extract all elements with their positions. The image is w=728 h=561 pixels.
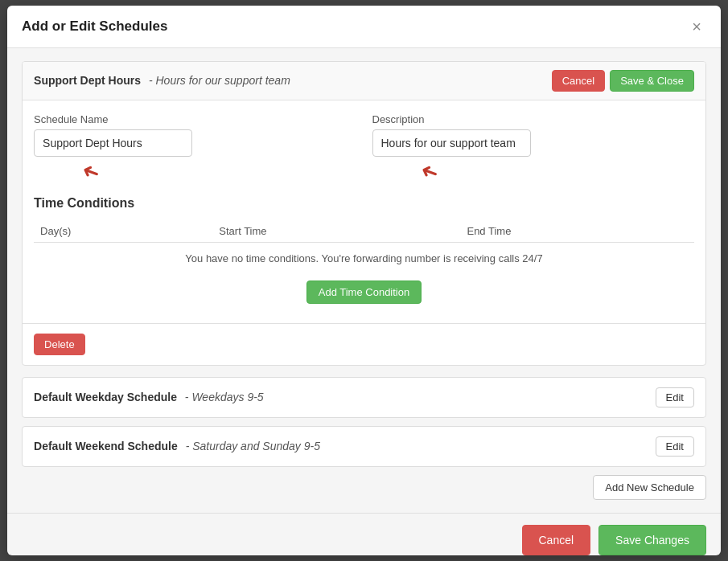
delete-button[interactable]: Delete — [34, 334, 85, 355]
empty-conditions-row: You have no time conditions. You're forw… — [34, 242, 694, 274]
edit-schedule-button-0[interactable]: Edit — [656, 387, 694, 407]
add-time-condition-button[interactable]: Add Time Condition — [306, 280, 422, 304]
modal-header: Add or Edit Schedules × — [7, 6, 721, 48]
col-end: End Time — [460, 220, 693, 243]
schedule-name-label: Schedule Name — [34, 113, 356, 125]
add-new-schedule-button[interactable]: Add New Schedule — [593, 475, 706, 500]
description-input[interactable] — [372, 129, 531, 157]
edit-schedule-button-1[interactable]: Edit — [656, 436, 694, 457]
active-schedule-header: Support Dept Hours - Hours for our suppo… — [23, 62, 705, 100]
add-edit-schedules-modal: Add or Edit Schedules × Support Dept Hou… — [7, 6, 721, 555]
col-start: Start Time — [212, 220, 460, 243]
schedule-list-info: Default Weekend Schedule - Saturday and … — [34, 440, 320, 452]
schedule-list-name: Default Weekend Schedule — [34, 440, 178, 452]
schedule-name-group: Schedule Name — [34, 113, 356, 157]
form-row: Schedule Name Description — [34, 113, 694, 157]
active-schedule-description: - Hours for our support team — [149, 74, 290, 87]
header-actions: Cancel Save & Close — [552, 70, 694, 92]
schedule-list-item: Default Weekday Schedule - Weekdays 9-5 … — [22, 377, 706, 418]
schedule-name-input-wrapper — [34, 129, 356, 157]
modal-footer: Cancel Save Changes — [7, 513, 721, 555]
time-conditions-section: Time Conditions Day(s) Start Time End Ti… — [34, 196, 694, 310]
schedule-name-input[interactable] — [34, 129, 192, 157]
description-group: Description — [372, 113, 694, 157]
schedule-list-name: Default Weekday Schedule — [34, 391, 177, 403]
description-label: Description — [372, 113, 694, 125]
time-conditions-table: Day(s) Start Time End Time You have no t… — [34, 220, 694, 310]
delete-row: Delete — [23, 323, 705, 365]
schedule-list-desc: - Weekdays 9-5 — [185, 391, 264, 403]
schedule-list-item: Default Weekend Schedule - Saturday and … — [22, 426, 706, 467]
active-schedule-header-info: Support Dept Hours - Hours for our suppo… — [34, 74, 290, 87]
header-save-close-button[interactable]: Save & Close — [610, 70, 694, 92]
modal-title: Add or Edit Schedules — [22, 18, 167, 35]
active-schedule-panel: Support Dept Hours - Hours for our suppo… — [22, 61, 706, 366]
description-input-wrapper — [372, 129, 694, 157]
schedule-list-info: Default Weekday Schedule - Weekdays 9-5 — [34, 391, 264, 403]
modal-body: Support Dept Hours - Hours for our suppo… — [7, 48, 721, 513]
empty-conditions-message: You have no time conditions. You're forw… — [34, 242, 694, 274]
col-days: Day(s) — [34, 220, 212, 243]
schedule-list-desc: - Saturday and Sunday 9-5 — [186, 440, 320, 452]
footer-cancel-button[interactable]: Cancel — [522, 525, 591, 555]
active-schedule-name: Support Dept Hours — [34, 74, 141, 87]
time-conditions-title: Time Conditions — [34, 196, 694, 211]
save-changes-button[interactable]: Save Changes — [598, 525, 706, 555]
add-time-row: Add Time Condition — [34, 274, 694, 310]
close-button[interactable]: × — [687, 17, 706, 36]
header-cancel-button[interactable]: Cancel — [552, 70, 605, 92]
schedule-edit-body: Schedule Name Description — [23, 100, 705, 323]
schedule-list: Default Weekday Schedule - Weekdays 9-5 … — [22, 377, 706, 467]
